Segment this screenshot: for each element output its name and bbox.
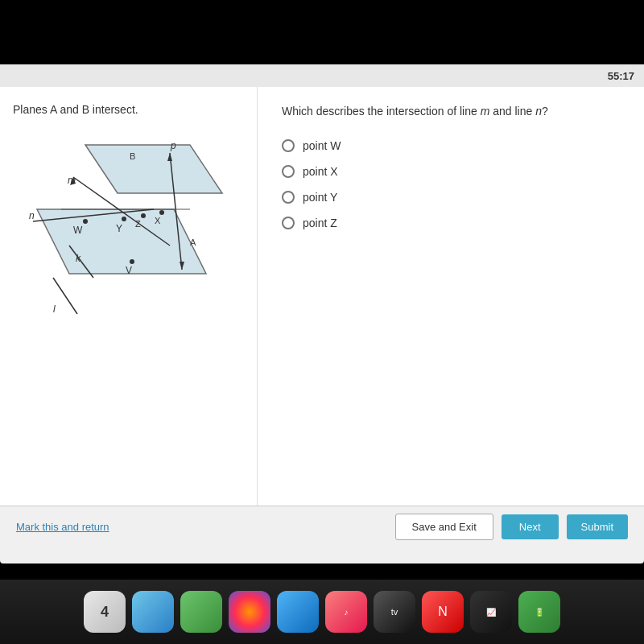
content-area: Planes A and B intersect. bbox=[0, 87, 644, 506]
options-list: point W point X point Y point Z bbox=[282, 139, 620, 229]
question-context: Planes A and B intersect. bbox=[13, 103, 244, 116]
mark-return-link[interactable]: Mark this and return bbox=[16, 521, 109, 533]
svg-text:W: W bbox=[73, 225, 83, 236]
geometry-diagram: m n p k l W Y Z X V B A bbox=[13, 129, 238, 338]
svg-text:k: k bbox=[76, 253, 81, 264]
radio-Z[interactable] bbox=[282, 217, 295, 229]
dock-icon-maps[interactable] bbox=[180, 591, 222, 633]
timer-display: 55:17 bbox=[608, 70, 634, 82]
svg-line-9 bbox=[53, 278, 77, 314]
dock-icon-photos[interactable] bbox=[229, 591, 270, 633]
svg-point-14 bbox=[159, 210, 164, 215]
svg-text:l: l bbox=[53, 303, 56, 315]
next-button[interactable]: Next bbox=[502, 514, 559, 539]
left-panel: Planes A and B intersect. bbox=[0, 87, 258, 506]
dock-icon-num[interactable]: 4 bbox=[84, 591, 126, 633]
option-Z[interactable]: point Z bbox=[282, 217, 620, 229]
radio-Y[interactable] bbox=[282, 191, 295, 204]
svg-text:V: V bbox=[126, 265, 132, 276]
svg-point-11 bbox=[83, 219, 88, 224]
dock-icon-battery[interactable]: 🔋 bbox=[518, 591, 560, 633]
dock-icon-stocks[interactable]: 📈 bbox=[470, 591, 512, 633]
svg-text:B: B bbox=[130, 151, 135, 161]
dock-icon-appletv[interactable]: tv bbox=[374, 591, 415, 633]
dock-icon-finder[interactable] bbox=[132, 591, 174, 633]
submit-button[interactable]: Submit bbox=[567, 514, 628, 539]
option-Y[interactable]: point Y bbox=[282, 191, 620, 204]
option-label-W: point W bbox=[303, 139, 341, 152]
dock-icon-news[interactable]: N bbox=[422, 591, 464, 633]
option-X[interactable]: point X bbox=[282, 165, 620, 178]
radio-W[interactable] bbox=[282, 139, 295, 152]
svg-text:Y: Y bbox=[116, 223, 122, 234]
svg-text:n: n bbox=[29, 210, 35, 221]
radio-X[interactable] bbox=[282, 165, 295, 178]
option-label-Z: point Z bbox=[303, 217, 337, 229]
diagram-container: m n p k l W Y Z X V B A bbox=[13, 129, 238, 338]
save-exit-button[interactable]: Save and Exit bbox=[395, 514, 493, 540]
bottom-buttons: Save and Exit Next Submit bbox=[395, 514, 628, 540]
question-text: Which describes the intersection of line… bbox=[282, 103, 620, 120]
svg-text:Z: Z bbox=[135, 219, 141, 229]
svg-point-15 bbox=[130, 259, 134, 264]
option-W[interactable]: point W bbox=[282, 139, 620, 152]
svg-text:A: A bbox=[190, 237, 196, 247]
dock-icon-music[interactable]: ♪ bbox=[325, 591, 367, 633]
bottom-bar: Mark this and return Save and Exit Next … bbox=[0, 506, 644, 547]
dock-icon-mail[interactable] bbox=[277, 591, 319, 633]
svg-text:p: p bbox=[170, 140, 176, 151]
svg-text:X: X bbox=[155, 216, 161, 225]
svg-point-13 bbox=[141, 213, 146, 218]
svg-marker-0 bbox=[85, 145, 222, 193]
top-bar: 55:17 bbox=[0, 64, 644, 87]
svg-point-12 bbox=[122, 217, 126, 221]
right-panel: Which describes the intersection of line… bbox=[258, 87, 644, 506]
option-label-Y: point Y bbox=[303, 191, 337, 204]
svg-text:m: m bbox=[68, 175, 76, 186]
option-label-X: point X bbox=[303, 165, 338, 178]
mac-dock: 4 ♪ tv N 📈 🔋 bbox=[0, 580, 644, 644]
